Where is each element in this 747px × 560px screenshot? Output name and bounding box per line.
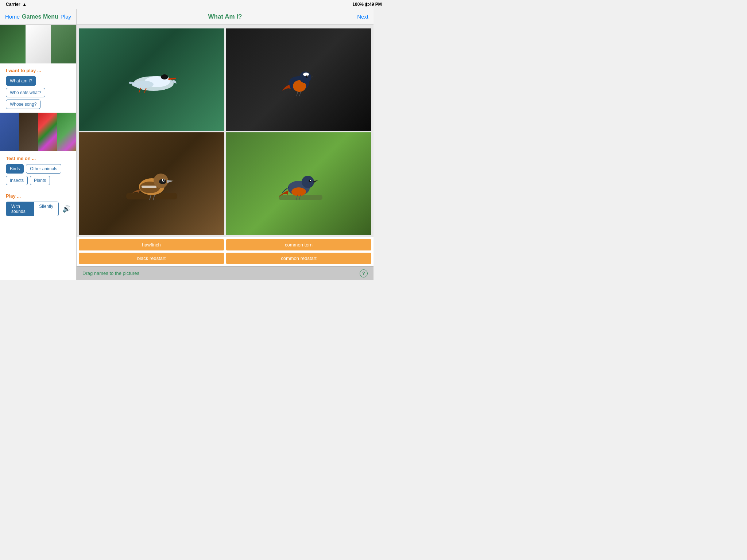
bird-svg-black-redstart [271, 158, 326, 209]
label-common-redstart[interactable]: common redstart [226, 253, 371, 264]
right-panel: What Am I? Next [77, 9, 374, 280]
carrier-label: Carrier [6, 2, 20, 7]
page-title: What Am I? [208, 13, 242, 20]
want-to-play-section: I want to play ... What am I? Who eats w… [0, 63, 76, 113]
drag-hint-text: Drag names to the pictures [82, 271, 139, 276]
wifi-icon: ▲ [22, 2, 27, 7]
bird-svg-common-tern [123, 58, 181, 102]
top-collage [0, 25, 76, 63]
collage-img-5 [19, 113, 38, 151]
help-button[interactable]: ? [360, 269, 368, 277]
right-nav: What Am I? Next [77, 9, 374, 25]
status-left: Carrier ▲ [6, 2, 27, 7]
label-black-redstart[interactable]: black redstart [79, 253, 224, 264]
svg-point-23 [163, 179, 165, 181]
sound-icon[interactable]: 🔊 [62, 205, 70, 213]
svg-point-28 [291, 187, 306, 196]
what-am-i-button[interactable]: What am I? [6, 76, 36, 86]
collage-img-6 [38, 113, 57, 151]
test-me-on-title: Test me on ... [6, 156, 70, 161]
insects-button[interactable]: Insects [6, 176, 28, 185]
bird-cell-1[interactable] [79, 28, 224, 131]
other-animals-button[interactable]: Other animals [26, 164, 61, 174]
name-labels-area: hawfinch common tern black redstart comm… [77, 237, 374, 266]
play-section: Play ... With sounds Silently 🔊 [0, 189, 76, 220]
svg-point-29 [302, 176, 314, 188]
bird-image-grid [77, 25, 374, 237]
battery-label: 100% [352, 2, 364, 7]
bird-svg-hawfinch [123, 158, 181, 209]
collage-img-7 [57, 113, 76, 151]
bottom-collage [0, 113, 76, 151]
collage-img-2 [26, 25, 51, 63]
home-button[interactable]: Home [5, 13, 20, 20]
left-panel: Home Games Menu Play I want to play ... … [0, 9, 77, 280]
games-menu-label: Games Menu [22, 13, 58, 20]
whose-song-button[interactable]: Whose song? [6, 100, 40, 109]
play-title: Play ... [6, 193, 70, 199]
label-common-tern[interactable]: common tern [226, 239, 371, 250]
svg-point-13 [307, 76, 307, 77]
svg-point-5 [132, 81, 154, 88]
sound-row: With sounds Silently 🔊 [6, 202, 70, 216]
next-button[interactable]: Next [357, 13, 368, 20]
sound-toggle-group: With sounds Silently [6, 202, 59, 216]
label-hawfinch[interactable]: hawfinch [79, 239, 224, 250]
svg-rect-19 [142, 186, 157, 188]
app-body: Home Games Menu Play I want to play ... … [0, 9, 374, 280]
status-time: 2:49 PM [365, 2, 374, 7]
svg-point-3 [161, 74, 168, 79]
bird-cell-4[interactable] [226, 132, 371, 235]
game-type-buttons: What am I? Who eats what? Whose song? [6, 76, 70, 109]
plants-button[interactable]: Plants [30, 176, 50, 185]
svg-point-11 [303, 73, 309, 76]
play-button[interactable]: Play [61, 13, 71, 20]
svg-line-4 [169, 78, 175, 79]
svg-line-14 [297, 91, 298, 96]
bird-cell-2[interactable] [226, 28, 371, 131]
silently-option[interactable]: Silently [34, 202, 58, 216]
birds-button[interactable]: Birds [6, 164, 24, 174]
collage-img-3 [51, 25, 76, 63]
bird-svg-common-redstart [273, 56, 324, 104]
left-nav: Home Games Menu Play [0, 9, 76, 25]
collage-img-1 [0, 25, 26, 63]
bird-cell-3[interactable] [79, 132, 224, 235]
want-to-play-title: I want to play ... [6, 68, 70, 73]
status-bar: Carrier ▲ 2:49 PM 100% ▮ [0, 0, 374, 9]
test-me-on-section: Test me on ... Birds Other animals Insec… [0, 151, 76, 189]
svg-point-31 [310, 180, 311, 181]
category-buttons: Birds Other animals Insects Plants [6, 164, 70, 185]
collage-img-4 [0, 113, 19, 151]
with-sounds-option[interactable]: With sounds [6, 202, 34, 216]
bottom-bar: Drag names to the pictures ? [77, 266, 374, 280]
svg-point-12 [306, 75, 308, 78]
who-eats-what-button[interactable]: Who eats what? [6, 88, 45, 97]
